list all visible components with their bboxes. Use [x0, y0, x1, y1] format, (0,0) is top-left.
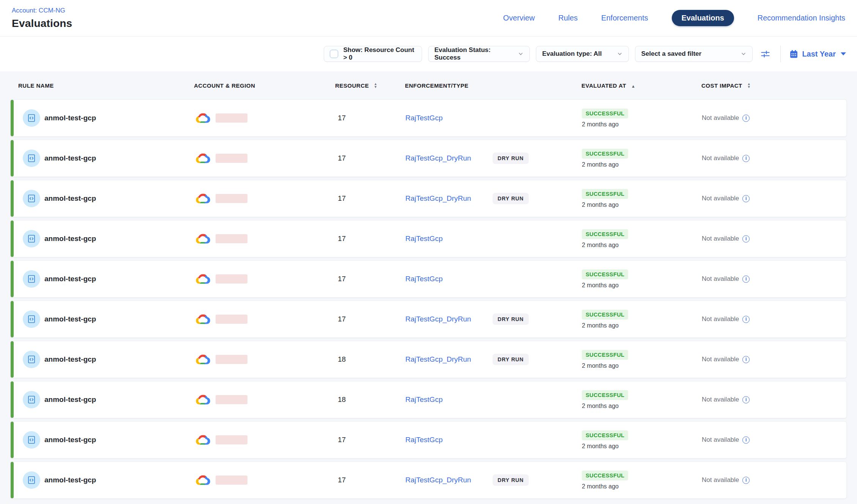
tab-enforcements[interactable]: Enforcements [601, 14, 648, 22]
resource-count: 18 [338, 395, 346, 404]
sort-asc-icon[interactable] [631, 82, 635, 89]
evaluated-time: 2 months ago [582, 161, 619, 168]
cost-impact-value: Not available [702, 476, 739, 484]
evaluations-table: RULE NAME ACCOUNT & REGION RESOURCE ENFO… [0, 71, 857, 504]
dry-run-badge: DRY RUN [493, 153, 529, 164]
column-header-resource[interactable]: RESOURCE [332, 82, 402, 89]
dry-run-badge: DRY RUN [493, 354, 529, 365]
status-indicator-bar [11, 301, 14, 337]
status-badge: SUCCESSFUL [582, 430, 628, 440]
sort-icon[interactable] [747, 82, 751, 88]
table-row[interactable]: anmol-test-gcp 17 RajTestGcp SUCCESSFUL … [10, 421, 847, 458]
calendar-icon [789, 49, 799, 59]
info-icon[interactable] [742, 235, 750, 243]
tab-overview[interactable]: Overview [503, 14, 535, 22]
enforcement-link[interactable]: RajTestGcp [405, 436, 493, 444]
column-header-cost-impact[interactable]: COST IMPACT [698, 82, 847, 89]
status-badge: SUCCESSFUL [582, 269, 628, 279]
table-row[interactable]: anmol-test-gcp 17 RajTestGcp_DryRun DRY … [10, 301, 847, 338]
enforcement-link[interactable]: RajTestGcp_DryRun [405, 476, 493, 484]
filter-settings-button[interactable] [759, 47, 772, 61]
account-id-redacted [216, 476, 247, 485]
cost-impact-value: Not available [702, 235, 739, 243]
account-id-redacted [216, 234, 247, 243]
tab-evaluations[interactable]: Evaluations [672, 10, 734, 26]
enforcement-link[interactable]: RajTestGcp_DryRun [405, 194, 493, 203]
table-body: anmol-test-gcp 17 RajTestGcp SUCCESSFUL … [10, 99, 847, 499]
enforcement-link[interactable]: RajTestGcp [405, 395, 493, 404]
cost-impact-value: Not available [702, 114, 739, 122]
status-badge: SUCCESSFUL [582, 310, 628, 320]
table-row[interactable]: anmol-test-gcp 17 RajTestGcp_DryRun DRY … [10, 180, 847, 217]
enforcement-link[interactable]: RajTestGcp [405, 235, 493, 243]
resource-count-filter[interactable]: Show: Resource Count > 0 [324, 46, 422, 62]
column-header-rule-name[interactable]: RULE NAME [10, 82, 191, 89]
account-id-redacted [216, 395, 247, 404]
dry-run-badge: DRY RUN [493, 193, 529, 204]
status-badge: SUCCESSFUL [582, 189, 628, 199]
account-id-redacted [216, 113, 247, 123]
info-icon[interactable] [742, 195, 750, 202]
column-header-enforcement-type[interactable]: ENFORCEMENT/TYPE [402, 82, 578, 89]
rule-icon [23, 391, 40, 408]
evaluation-type-label: Evaluation type: All [542, 50, 602, 58]
rule-name: anmol-test-gcp [44, 476, 96, 484]
gcp-cloud-icon [195, 233, 211, 244]
info-icon[interactable] [742, 477, 750, 484]
info-icon[interactable] [742, 276, 750, 283]
gcp-cloud-icon [195, 112, 211, 124]
enforcement-link[interactable]: RajTestGcp [405, 114, 493, 122]
table-row[interactable]: anmol-test-gcp 18 RajTestGcp SUCCESSFUL … [10, 381, 847, 418]
enforcement-link[interactable]: RajTestGcp [405, 275, 493, 283]
rule-icon [23, 351, 40, 368]
status-indicator-bar [11, 140, 14, 176]
resource-count: 17 [338, 436, 346, 444]
rule-name: anmol-test-gcp [44, 154, 96, 162]
tab-rules[interactable]: Rules [558, 14, 578, 22]
status-indicator-bar [11, 100, 14, 136]
info-icon[interactable] [742, 396, 750, 403]
table-row[interactable]: anmol-test-gcp 17 RajTestGcp SUCCESSFUL … [10, 260, 847, 298]
gcp-cloud-icon [195, 394, 211, 405]
evaluated-time: 2 months ago [582, 242, 619, 249]
cost-impact-value: Not available [702, 154, 739, 162]
evaluated-time: 2 months ago [582, 443, 619, 450]
column-header-account-region[interactable]: ACCOUNT & REGION [191, 82, 332, 89]
rule-name: anmol-test-gcp [44, 235, 96, 243]
resource-count-checkbox[interactable] [330, 50, 338, 58]
info-icon[interactable] [742, 115, 750, 122]
table-row[interactable]: anmol-test-gcp 17 RajTestGcp_DryRun DRY … [10, 461, 847, 499]
rule-icon [23, 190, 40, 207]
tab-recommendation-insights[interactable]: Recommendation Insights [758, 14, 845, 22]
table-row[interactable]: anmol-test-gcp 17 RajTestGcp SUCCESSFUL … [10, 99, 847, 137]
gcp-cloud-icon [195, 273, 211, 285]
table-row[interactable]: anmol-test-gcp 17 RajTestGcp SUCCESSFUL … [10, 220, 847, 257]
info-icon[interactable] [742, 316, 750, 323]
account-id-redacted [216, 154, 247, 163]
resource-count: 18 [338, 355, 346, 364]
gcp-cloud-icon [195, 193, 211, 204]
sort-icon[interactable] [374, 82, 377, 88]
enforcement-link[interactable]: RajTestGcp_DryRun [405, 154, 493, 162]
divider [780, 46, 781, 62]
evaluated-time: 2 months ago [582, 483, 619, 490]
info-icon[interactable] [742, 356, 750, 363]
enforcement-link[interactable]: RajTestGcp_DryRun [405, 355, 493, 364]
breadcrumb[interactable]: Account: CCM-NG [12, 7, 72, 14]
info-icon[interactable] [742, 155, 750, 162]
date-range-picker[interactable]: Last Year [789, 49, 846, 59]
table-row[interactable]: anmol-test-gcp 18 RajTestGcp_DryRun DRY … [10, 341, 847, 378]
table-row[interactable]: anmol-test-gcp 17 RajTestGcp_DryRun DRY … [10, 140, 847, 177]
evaluation-status-dropdown[interactable]: Evaluation Status: Success [428, 46, 530, 62]
cost-impact-value: Not available [702, 315, 739, 323]
info-icon[interactable] [742, 436, 750, 444]
column-header-evaluated-at[interactable]: EVALUATED AT [578, 82, 698, 89]
enforcement-link[interactable]: RajTestGcp_DryRun [405, 315, 493, 323]
evaluation-type-dropdown[interactable]: Evaluation type: All [536, 46, 629, 62]
rule-icon [23, 270, 40, 288]
saved-filter-dropdown[interactable]: Select a saved filter [635, 46, 753, 62]
resource-count: 17 [338, 275, 346, 283]
status-badge: SUCCESSFUL [582, 471, 628, 480]
chevron-down-icon [617, 51, 623, 57]
cost-impact-value: Not available [702, 436, 739, 444]
